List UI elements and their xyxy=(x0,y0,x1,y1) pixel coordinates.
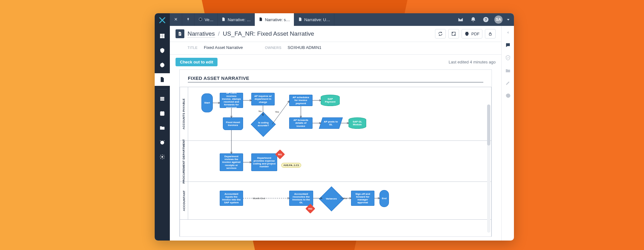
ap-inquires-process[interactable]: AP inquires w/ department in charge xyxy=(251,93,275,105)
tab-pin[interactable] xyxy=(182,13,194,26)
chevron-down-icon[interactable] xyxy=(507,19,510,21)
meta-title-label: TITLE xyxy=(188,46,198,50)
svg-rect-2 xyxy=(160,36,162,38)
sidebar-item-calendar[interactable] xyxy=(155,107,170,120)
sidebar-item-list[interactable] xyxy=(155,92,170,105)
svg-point-11 xyxy=(200,19,201,20)
svg-text:?: ? xyxy=(485,17,487,21)
sidebar-item-shield[interactable] xyxy=(155,44,170,57)
dept-reviews-process[interactable]: Department reviews the invoice against r… xyxy=(220,153,243,171)
app-window: Ve… Narrative: … Narrative: s… Narrative… xyxy=(155,13,514,241)
lane-label: PROCUREMENT DEPARTMENT xyxy=(182,139,186,183)
fixed-asset-invoices-doc[interactable]: Fixed Asset Invoices xyxy=(223,117,243,130)
ap-schedules-process[interactable]: AP schedules for invoice payment xyxy=(289,95,313,106)
document-icon xyxy=(221,17,226,22)
sidebar-item-settings[interactable] xyxy=(155,151,170,163)
lane-label: ACCOUNTANT xyxy=(182,190,186,211)
canvas-container: FIXED ASSET NARRATIVE ACCOUNTS PAYABLE S… xyxy=(170,69,501,241)
meta-owners: OWNERS SOXHUB ADMIN1 xyxy=(265,45,321,50)
lane-accountant: ACCOUNTANT Accountant inputs the invoice… xyxy=(180,182,491,220)
vertical-scrollbar[interactable] xyxy=(487,104,490,233)
tab-narrative-1[interactable]: Narrative: … xyxy=(218,13,255,26)
sap-gl-db[interactable]: SAP GL Module xyxy=(349,117,366,129)
lock-button[interactable] xyxy=(485,29,496,39)
mail-icon[interactable] xyxy=(456,15,465,24)
tab-close[interactable] xyxy=(170,13,182,26)
document-area: Narratives / US_FA_NR: Fixed Asset Narra… xyxy=(170,26,501,241)
bell-icon[interactable] xyxy=(469,15,477,24)
tab-strip: Ve… Narrative: … Narrative: s… Narrative… xyxy=(170,13,514,26)
meta-title: TITLE Fixed Asset Narrative xyxy=(188,45,243,50)
sap-payment-db[interactable]: SAP Payment xyxy=(321,95,340,106)
tab-label: Narrative: … xyxy=(228,17,251,22)
comments-button[interactable] xyxy=(504,42,511,49)
sidebar-item-alarm[interactable] xyxy=(155,136,170,149)
expand-button[interactable] xyxy=(448,29,459,39)
tab-narrative-active[interactable]: Narrative: s… xyxy=(255,13,294,26)
sidebar-item-documents[interactable] xyxy=(155,73,170,86)
acct-reconciles-process[interactable]: Accountant reconciles the invoices to th… xyxy=(289,191,313,206)
collapse-panel-button[interactable] xyxy=(504,29,511,36)
document-header: Narratives / US_FA_NR: Fixed Asset Narra… xyxy=(170,26,501,42)
svg-point-4 xyxy=(160,63,164,67)
swimlanes: ACCOUNTS PAYABLE Start AP Clerk receives… xyxy=(180,87,492,236)
yes-label: Yes xyxy=(275,110,279,113)
document-icon xyxy=(176,29,184,38)
document-meta: TITLE Fixed Asset Narrative OWNERS SOXHU… xyxy=(170,42,501,55)
user-avatar[interactable]: SA xyxy=(494,15,503,24)
tab-vendor-settings[interactable]: Ve… xyxy=(194,13,218,26)
variances-decision[interactable]: Variances xyxy=(319,186,344,211)
app-logo xyxy=(158,16,167,25)
document-icon xyxy=(259,17,263,22)
main-column: Ve… Narrative: … Narrative: s… Narrative… xyxy=(170,13,514,241)
svg-rect-3 xyxy=(163,36,164,38)
svg-rect-8 xyxy=(160,112,164,116)
lane-accounts-payable: ACCOUNTS PAYABLE Start AP Clerk receives… xyxy=(180,87,491,141)
coding-accurate-decision[interactable]: Is coding accurate? xyxy=(251,112,276,137)
print-pdf-button[interactable]: PDF xyxy=(462,29,482,39)
status-bar: Check out to edit Last edited 4 minutes … xyxy=(170,55,501,69)
meta-owners-label: OWNERS xyxy=(265,46,281,50)
lane-label: ACCOUNTS PAYABLE xyxy=(182,98,186,129)
last-edited-text: Last edited 4 minutes ago xyxy=(449,60,496,64)
scrollbar-thumb[interactable] xyxy=(487,104,490,146)
sidebar-item-folder[interactable] xyxy=(155,122,170,134)
ap-clerk-process[interactable]: AP Clerk receives invoice, stamps receiv… xyxy=(220,93,243,108)
document-heading: FIXED ASSET NARRATIVE xyxy=(188,75,483,82)
breadcrumb-current: US_FA_NR: Fixed Asset Narrative xyxy=(223,30,314,37)
ap-forwards-process[interactable]: AP forwards details of invoice xyxy=(289,117,313,129)
refresh-button[interactable] xyxy=(435,29,446,39)
breadcrumb-root[interactable]: Narratives xyxy=(188,30,215,38)
lane-procurement: PROCUREMENT DEPARTMENT Department review… xyxy=(180,141,491,182)
meta-title-value: Fixed Asset Narrative xyxy=(204,45,243,50)
tab-narrative-3[interactable]: Narrative: U… xyxy=(294,13,334,26)
help-icon[interactable]: ? xyxy=(482,15,490,24)
history-button[interactable] xyxy=(504,92,511,99)
close-icon xyxy=(174,17,178,22)
pin-icon xyxy=(186,17,190,22)
signoff-process[interactable]: Sign-off and forward for manager approva… xyxy=(351,191,374,206)
breadcrumb: Narratives / US_FA_NR: Fixed Asset Narra… xyxy=(176,29,314,38)
ap-posts-data[interactable]: AP posts to GL xyxy=(319,117,343,129)
control-usfa-pill[interactable]: #US.FA..1.C1 xyxy=(281,163,301,168)
pdf-label: PDF xyxy=(471,32,480,36)
gear-icon xyxy=(198,17,203,22)
end-terminal[interactable]: End xyxy=(379,190,389,207)
sidebar-item-dashboard[interactable] xyxy=(155,30,170,42)
attachments-button[interactable] xyxy=(504,67,511,74)
svg-point-10 xyxy=(162,156,163,158)
document-header-actions: PDF xyxy=(435,29,496,39)
start-terminal[interactable]: Start xyxy=(201,93,213,112)
left-nav-rail xyxy=(155,13,170,241)
tab-label: Ve… xyxy=(205,17,213,22)
acct-inputs-process[interactable]: Accountant inputs the invoice into the S… xyxy=(220,191,243,206)
svg-rect-6 xyxy=(160,98,164,99)
checkout-button[interactable]: Check out to edit xyxy=(176,58,218,66)
meta-owners-value: SOXHUB ADMIN1 xyxy=(288,45,321,50)
right-side-rail xyxy=(501,26,514,241)
flowchart-canvas[interactable]: FIXED ASSET NARRATIVE ACCOUNTS PAYABLE S… xyxy=(179,69,492,237)
sidebar-item-cycle[interactable] xyxy=(155,59,170,71)
dept-provides-process[interactable]: Department provides expense coding and p… xyxy=(251,153,277,171)
edit-button[interactable] xyxy=(504,80,511,86)
checklist-button[interactable] xyxy=(504,54,511,61)
